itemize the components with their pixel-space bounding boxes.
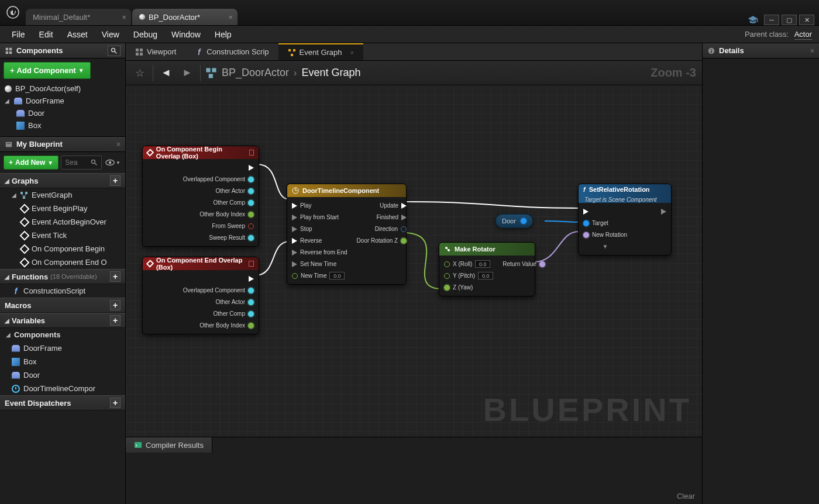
- tab-bp-dooractor[interactable]: BP_DoorActor* ×: [132, 9, 238, 25]
- menu-file[interactable]: File: [5, 30, 32, 39]
- menu-edit[interactable]: Edit: [32, 30, 60, 39]
- pin-other-actor[interactable]: Other Actor: [215, 186, 254, 196]
- section-graphs[interactable]: ◢ Graphs +: [0, 173, 125, 188]
- var-doortimeline[interactable]: DoorTimelineCompor: [0, 382, 125, 395]
- exec-out-pin[interactable]: [249, 163, 254, 172]
- pin-y-pitch[interactable]: Y (Pitch)0.0: [444, 271, 493, 281]
- close-icon[interactable]: ×: [350, 49, 354, 56]
- compiler-output[interactable]: Clear: [126, 453, 702, 504]
- add-button[interactable]: +: [110, 175, 121, 186]
- search-input[interactable]: Sea: [61, 156, 102, 170]
- function-constructionscript[interactable]: f ConstructionScript: [0, 284, 125, 298]
- expand-arrow-icon[interactable]: ◢: [5, 98, 11, 104]
- expand-pins[interactable]: ▼: [583, 241, 627, 251]
- pin-other-body-index[interactable]: Other Body Index: [199, 209, 254, 219]
- find-button[interactable]: [108, 46, 121, 56]
- tab-minimal-default[interactable]: Minimal_Default* ×: [26, 9, 131, 25]
- compiler-results-tab[interactable]: Compiler Results: [126, 437, 212, 453]
- tab-construction-script[interactable]: f Construction Scrip: [185, 43, 278, 60]
- pin-play[interactable]: Play: [292, 201, 347, 210]
- pin-direction[interactable]: Direction: [375, 224, 407, 234]
- minimize-button[interactable]: ─: [764, 15, 779, 25]
- pin-overlapped-component[interactable]: Overlapped Component: [183, 174, 254, 184]
- pin-new-rotation[interactable]: New Rotation: [583, 230, 627, 240]
- pin-update[interactable]: Update: [380, 201, 407, 210]
- value-input[interactable]: 0.0: [329, 272, 345, 279]
- add-button[interactable]: +: [110, 271, 121, 282]
- pin-reverse[interactable]: Reverse: [292, 236, 347, 246]
- variables-components-group[interactable]: ◢ Components: [0, 328, 125, 341]
- my-blueprint-header[interactable]: My Blueprint ×: [0, 137, 125, 152]
- pin-x-roll[interactable]: X (Roll)0.0: [444, 259, 493, 269]
- section-functions[interactable]: ◢ Functions (18 Overridable) +: [0, 269, 125, 284]
- pin-other-comp[interactable]: Other Comp: [214, 309, 254, 319]
- node-door-reference[interactable]: Door: [495, 214, 533, 228]
- event-tick[interactable]: Event Tick: [0, 229, 125, 242]
- node-timeline[interactable]: DoorTimelineComponent Play Play from Sta…: [287, 184, 407, 285]
- pin-return-value[interactable]: Return Value: [503, 259, 545, 269]
- pin-play-from-start[interactable]: Play from Start: [292, 212, 347, 222]
- value-input[interactable]: 0.0: [475, 260, 490, 268]
- breakpoint-icon[interactable]: [249, 261, 254, 267]
- menu-help[interactable]: Help: [208, 30, 239, 39]
- pin-from-sweep[interactable]: From Sweep: [212, 221, 254, 231]
- graph-canvas[interactable]: On Component Begin Overlap (Box) Overlap…: [126, 85, 702, 437]
- node-end-overlap[interactable]: On Component End Overlap (Box) Overlappe…: [142, 257, 259, 334]
- clear-button[interactable]: Clear: [670, 488, 702, 504]
- close-icon[interactable]: ×: [116, 140, 121, 149]
- var-box[interactable]: Box: [0, 355, 125, 368]
- graduation-cap-icon[interactable]: [748, 15, 758, 25]
- pin-other-actor[interactable]: Other Actor: [215, 297, 254, 307]
- node-set-relative-rotation[interactable]: f SetRelativeRotation Target is Scene Co…: [578, 184, 672, 256]
- node-header[interactable]: Make Rotator: [439, 243, 535, 256]
- pin-other-comp[interactable]: Other Comp: [214, 198, 254, 208]
- breakpoint-icon[interactable]: [249, 150, 254, 156]
- event-actorbeginoverlap[interactable]: Event ActorBeginOver: [0, 215, 125, 229]
- parent-class-link[interactable]: Actor: [794, 30, 812, 40]
- node-header[interactable]: f SetRelativeRotation Target is Scene Co…: [579, 184, 671, 203]
- node-make-rotator[interactable]: Make Rotator X (Roll)0.0 Y (Pitch)0.0 Z …: [439, 242, 535, 296]
- components-header[interactable]: Components: [0, 43, 125, 58]
- component-door[interactable]: Door: [2, 107, 123, 119]
- pin-overlapped-component[interactable]: Overlapped Component: [183, 285, 254, 295]
- component-doorframe[interactable]: ◢ DoorFrame: [2, 95, 123, 107]
- component-box[interactable]: Box: [2, 119, 123, 132]
- node-header[interactable]: DoorTimelineComponent: [287, 184, 406, 197]
- tab-viewport[interactable]: Viewport: [126, 43, 185, 60]
- menu-window[interactable]: Window: [164, 30, 208, 39]
- pin-sweep-result[interactable]: Sweep Result: [209, 233, 254, 243]
- section-macros[interactable]: Macros +: [0, 298, 125, 313]
- breadcrumb-class[interactable]: BP_DoorActor: [222, 67, 289, 79]
- pin-z-yaw[interactable]: Z (Yaw): [444, 282, 493, 292]
- maximize-button[interactable]: ▢: [782, 15, 797, 25]
- event-componentend[interactable]: On Component End O: [0, 256, 125, 269]
- close-icon[interactable]: ×: [122, 13, 126, 22]
- pin-set-new-time[interactable]: Set New Time: [292, 259, 347, 269]
- pin-stop[interactable]: Stop: [292, 224, 347, 234]
- section-dispatchers[interactable]: Event Dispatchers +: [0, 395, 125, 410]
- close-icon[interactable]: ×: [228, 13, 233, 22]
- nav-back-button[interactable]: ◄: [158, 65, 174, 81]
- view-options-button[interactable]: ▼: [104, 156, 122, 170]
- nav-forward-button[interactable]: ►: [179, 65, 195, 81]
- var-door[interactable]: Door: [0, 368, 125, 382]
- pin-finished[interactable]: Finished: [376, 212, 407, 222]
- var-doorframe[interactable]: DoorFrame: [0, 341, 125, 355]
- menu-asset[interactable]: Asset: [60, 30, 95, 39]
- add-new-button[interactable]: + Add New ▼: [4, 156, 58, 170]
- exec-out-pin[interactable]: [661, 206, 666, 216]
- exec-out-pin[interactable]: [249, 274, 254, 284]
- details-header[interactable]: i Details ×: [703, 43, 819, 58]
- node-header[interactable]: On Component Begin Overlap (Box): [143, 146, 259, 159]
- add-button[interactable]: +: [110, 398, 121, 408]
- add-button[interactable]: +: [110, 300, 121, 310]
- component-root[interactable]: BP_DoorActor(self): [2, 82, 123, 95]
- exec-in-pin[interactable]: [583, 206, 627, 216]
- graph-eventgraph[interactable]: ◢ EventGraph: [0, 188, 125, 202]
- section-variables[interactable]: ◢ Variables +: [0, 313, 125, 328]
- add-component-button[interactable]: + Add Component ▼: [4, 62, 91, 79]
- value-input[interactable]: 0.0: [478, 272, 493, 279]
- node-header[interactable]: On Component End Overlap (Box): [143, 257, 259, 270]
- pin-reverse-from-end[interactable]: Reverse from End: [292, 247, 347, 257]
- breadcrumb-graph[interactable]: Event Graph: [301, 67, 360, 79]
